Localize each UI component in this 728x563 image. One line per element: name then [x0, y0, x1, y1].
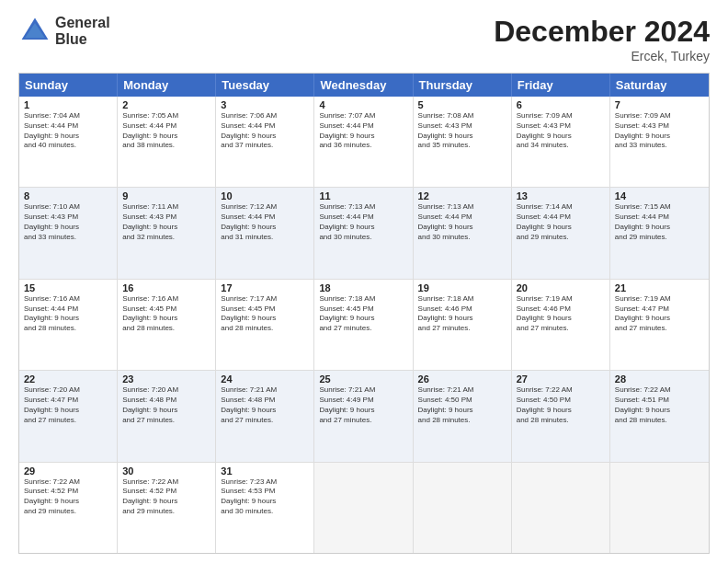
calendar-cell: 29Sunrise: 7:22 AMSunset: 4:52 PMDayligh… — [19, 463, 118, 553]
calendar-cell: 19Sunrise: 7:18 AMSunset: 4:46 PMDayligh… — [414, 280, 512, 370]
day-number: 5 — [418, 99, 506, 110]
main-title: December 2024 — [494, 15, 710, 49]
day-number: 1 — [24, 99, 112, 110]
day-number: 7 — [615, 99, 704, 110]
cell-text: Sunrise: 7:04 AMSunset: 4:44 PMDaylight:… — [24, 111, 112, 151]
cell-text: Sunrise: 7:22 AMSunset: 4:50 PMDaylight:… — [517, 385, 605, 425]
cell-text: Sunrise: 7:13 AMSunset: 4:44 PMDaylight:… — [418, 202, 506, 242]
day-number: 3 — [221, 99, 309, 110]
day-number: 13 — [517, 190, 605, 201]
day-number: 11 — [319, 190, 407, 201]
day-number: 20 — [517, 282, 605, 293]
cell-text: Sunrise: 7:18 AMSunset: 4:45 PMDaylight:… — [319, 294, 407, 334]
day-number: 12 — [418, 190, 506, 201]
cell-text: Sunrise: 7:17 AMSunset: 4:45 PMDaylight:… — [221, 294, 309, 334]
calendar-cell: 1Sunrise: 7:04 AMSunset: 4:44 PMDaylight… — [19, 97, 118, 187]
logo-line1: General — [55, 15, 110, 31]
cell-text: Sunrise: 7:21 AMSunset: 4:50 PMDaylight:… — [418, 385, 506, 425]
cell-text: Sunrise: 7:11 AMSunset: 4:43 PMDaylight:… — [122, 202, 210, 242]
day-number: 14 — [615, 190, 704, 201]
cell-text: Sunrise: 7:09 AMSunset: 4:43 PMDaylight:… — [517, 111, 605, 151]
day-number: 23 — [122, 373, 210, 385]
day-number: 29 — [24, 465, 112, 477]
day-number: 8 — [24, 190, 112, 201]
day-number: 6 — [517, 99, 605, 110]
calendar-cell: 22Sunrise: 7:20 AMSunset: 4:47 PMDayligh… — [19, 371, 118, 461]
cell-text: Sunrise: 7:18 AMSunset: 4:46 PMDaylight:… — [418, 294, 506, 334]
calendar-cell: 26Sunrise: 7:21 AMSunset: 4:50 PMDayligh… — [414, 371, 512, 461]
calendar-cell — [610, 463, 709, 553]
weekday-header: Tuesday — [216, 74, 314, 97]
cell-text: Sunrise: 7:08 AMSunset: 4:43 PMDaylight:… — [418, 111, 506, 151]
day-number: 19 — [418, 282, 506, 293]
day-number: 4 — [319, 99, 407, 110]
calendar-cell: 7Sunrise: 7:09 AMSunset: 4:43 PMDaylight… — [610, 97, 709, 187]
page: General Blue December 2024 Ercek, Turkey… — [0, 0, 728, 563]
title-block: December 2024 Ercek, Turkey — [494, 15, 710, 63]
day-number: 25 — [319, 373, 407, 385]
cell-text: Sunrise: 7:16 AMSunset: 4:45 PMDaylight:… — [122, 294, 210, 334]
calendar-cell: 31Sunrise: 7:23 AMSunset: 4:53 PMDayligh… — [216, 463, 314, 553]
cell-text: Sunrise: 7:22 AMSunset: 4:52 PMDaylight:… — [24, 477, 112, 517]
calendar-cell: 28Sunrise: 7:22 AMSunset: 4:51 PMDayligh… — [610, 371, 709, 461]
day-number: 17 — [221, 282, 309, 293]
cell-text: Sunrise: 7:20 AMSunset: 4:48 PMDaylight:… — [122, 385, 210, 425]
cell-text: Sunrise: 7:12 AMSunset: 4:44 PMDaylight:… — [221, 202, 309, 242]
cell-text: Sunrise: 7:15 AMSunset: 4:44 PMDaylight:… — [615, 202, 704, 242]
calendar-row: 8Sunrise: 7:10 AMSunset: 4:43 PMDaylight… — [19, 188, 709, 279]
calendar-cell: 17Sunrise: 7:17 AMSunset: 4:45 PMDayligh… — [216, 280, 314, 370]
logo: General Blue — [18, 15, 110, 48]
cell-text: Sunrise: 7:14 AMSunset: 4:44 PMDaylight:… — [517, 202, 605, 242]
cell-text: Sunrise: 7:21 AMSunset: 4:49 PMDaylight:… — [319, 385, 407, 425]
calendar-cell: 25Sunrise: 7:21 AMSunset: 4:49 PMDayligh… — [314, 371, 413, 461]
day-number: 28 — [615, 373, 704, 385]
cell-text: Sunrise: 7:06 AMSunset: 4:44 PMDaylight:… — [221, 111, 309, 151]
day-number: 26 — [418, 373, 506, 385]
cell-text: Sunrise: 7:19 AMSunset: 4:47 PMDaylight:… — [615, 294, 704, 334]
logo-text: General Blue — [55, 15, 110, 47]
day-number: 30 — [122, 465, 210, 477]
calendar-cell — [314, 463, 413, 553]
calendar-cell: 11Sunrise: 7:13 AMSunset: 4:44 PMDayligh… — [314, 188, 413, 278]
calendar-cell: 27Sunrise: 7:22 AMSunset: 4:50 PMDayligh… — [512, 371, 610, 461]
weekday-header: Sunday — [19, 74, 118, 97]
day-number: 21 — [615, 282, 704, 293]
calendar-cell: 9Sunrise: 7:11 AMSunset: 4:43 PMDaylight… — [118, 188, 216, 278]
calendar-cell: 8Sunrise: 7:10 AMSunset: 4:43 PMDaylight… — [19, 188, 118, 278]
day-number: 22 — [24, 373, 112, 385]
day-number: 2 — [122, 99, 210, 110]
day-number: 18 — [319, 282, 407, 293]
calendar-cell: 24Sunrise: 7:21 AMSunset: 4:48 PMDayligh… — [216, 371, 314, 461]
cell-text: Sunrise: 7:09 AMSunset: 4:43 PMDaylight:… — [615, 111, 704, 151]
weekday-header: Thursday — [414, 74, 512, 97]
calendar-cell — [512, 463, 610, 553]
calendar: SundayMondayTuesdayWednesdayThursdayFrid… — [18, 73, 710, 554]
logo-line2: Blue — [55, 31, 110, 48]
calendar-cell: 2Sunrise: 7:05 AMSunset: 4:44 PMDaylight… — [118, 97, 216, 187]
calendar-header: SundayMondayTuesdayWednesdayThursdayFrid… — [19, 74, 709, 97]
calendar-cell: 3Sunrise: 7:06 AMSunset: 4:44 PMDaylight… — [216, 97, 314, 187]
calendar-cell: 20Sunrise: 7:19 AMSunset: 4:46 PMDayligh… — [512, 280, 610, 370]
weekday-header: Monday — [118, 74, 216, 97]
cell-text: Sunrise: 7:22 AMSunset: 4:52 PMDaylight:… — [122, 477, 210, 517]
weekday-header: Friday — [512, 74, 610, 97]
day-number: 15 — [24, 282, 112, 293]
calendar-row: 1Sunrise: 7:04 AMSunset: 4:44 PMDaylight… — [19, 97, 709, 188]
cell-text: Sunrise: 7:05 AMSunset: 4:44 PMDaylight:… — [122, 111, 210, 151]
day-number: 31 — [221, 465, 309, 477]
weekday-header: Saturday — [610, 74, 709, 97]
header: General Blue December 2024 Ercek, Turkey — [18, 15, 710, 63]
calendar-cell — [414, 463, 512, 553]
day-number: 24 — [221, 373, 309, 385]
calendar-cell: 14Sunrise: 7:15 AMSunset: 4:44 PMDayligh… — [610, 188, 709, 278]
calendar-cell: 21Sunrise: 7:19 AMSunset: 4:47 PMDayligh… — [610, 280, 709, 370]
calendar-cell: 18Sunrise: 7:18 AMSunset: 4:45 PMDayligh… — [314, 280, 413, 370]
day-number: 16 — [122, 282, 210, 293]
calendar-cell: 30Sunrise: 7:22 AMSunset: 4:52 PMDayligh… — [118, 463, 216, 553]
cell-text: Sunrise: 7:07 AMSunset: 4:44 PMDaylight:… — [319, 111, 407, 151]
logo-icon — [18, 15, 51, 48]
cell-text: Sunrise: 7:23 AMSunset: 4:53 PMDaylight:… — [221, 477, 309, 517]
subtitle: Ercek, Turkey — [494, 49, 710, 63]
calendar-cell: 4Sunrise: 7:07 AMSunset: 4:44 PMDaylight… — [314, 97, 413, 187]
calendar-cell: 6Sunrise: 7:09 AMSunset: 4:43 PMDaylight… — [512, 97, 610, 187]
